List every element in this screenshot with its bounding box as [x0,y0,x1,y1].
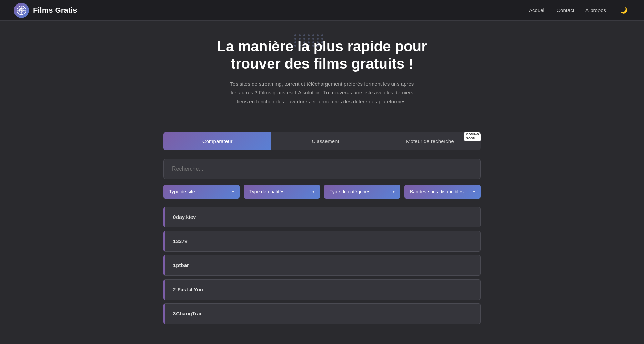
main-content: Comparateur Classement Moteur de recherc… [157,132,487,344]
table-row[interactable]: 3ChangTrai [163,303,481,324]
table-row[interactable]: 0day.kiev [163,207,481,227]
brand-name: Films Gratis [33,6,77,15]
nav-link-contact[interactable]: Contact [556,7,574,13]
tab-classement[interactable]: Classement [271,132,379,150]
tab-comparateur[interactable]: Comparateur [163,132,271,150]
navbar: Films Gratis Accueil Contact À propos 🌙 [0,0,644,21]
table-row[interactable]: 1337x [163,231,481,252]
search-input[interactable] [163,159,481,179]
brand-link[interactable]: Films Gratis [14,3,77,18]
site-name: 1ptbar [173,262,189,268]
filter-bandes-sons[interactable]: Bandes-sons disponibles ▾ [404,185,481,199]
nav-links: Accueil Contact À propos 🌙 [529,5,630,16]
filter-type-de-qualites[interactable]: Type de qualités ▾ [244,185,320,199]
table-row[interactable]: 1ptbar [163,255,481,276]
brand-logo-icon [14,3,29,18]
site-name: 2 Fast 4 You [173,286,203,292]
filters-row: Type de site ▾ Type de qualités ▾ Type d… [163,185,481,199]
nav-link-accueil[interactable]: Accueil [529,7,545,13]
table-row[interactable]: 2 Fast 4 You [163,279,481,300]
hero-subtitle: Tes sites de streaming, torrent et téléc… [229,80,415,106]
site-name: 0day.kiev [173,214,196,220]
dark-mode-toggle[interactable]: 🌙 [617,5,630,16]
filter-type-de-categories[interactable]: Type de catégories ▾ [324,185,400,199]
nav-link-apropos[interactable]: À propos [585,7,606,13]
hero-section: La manière la plus rapide pour trouver d… [0,21,644,132]
coming-soon-badge: COMINGSOON [464,132,481,141]
chevron-down-icon: ▾ [232,189,234,194]
filter-type-de-site[interactable]: Type de site ▾ [163,185,240,199]
chevron-down-icon: ▾ [312,189,314,194]
tabs-container: Comparateur Classement Moteur de recherc… [163,132,481,150]
chevron-down-icon: ▾ [393,189,395,194]
site-name: 1337x [173,238,188,244]
sites-list: 0day.kiev 1337x 1ptbar 2 Fast 4 You 3Cha… [163,207,481,324]
hero-title: La manière la plus rapide pour trouver d… [7,38,637,73]
chevron-down-icon: ▾ [473,189,475,194]
site-name: 3ChangTrai [173,311,201,316]
